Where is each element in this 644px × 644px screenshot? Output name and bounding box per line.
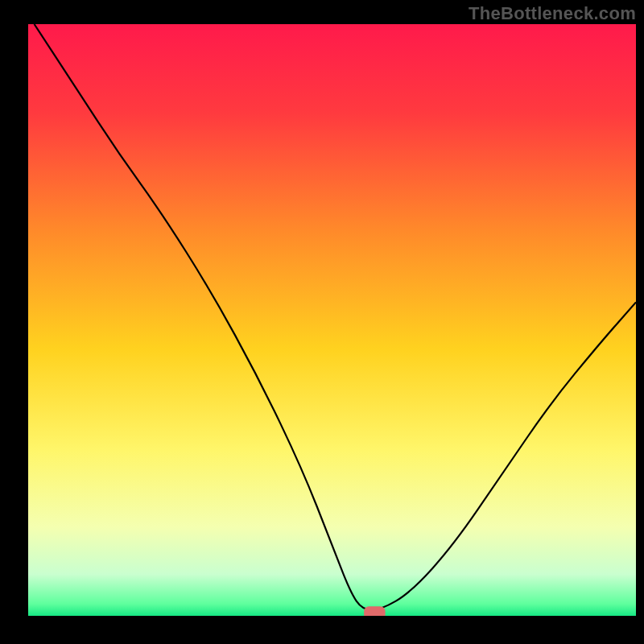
gradient-background: [28, 24, 636, 616]
plot-area: [28, 24, 636, 616]
chart-frame: TheBottleneck.com: [0, 0, 644, 644]
watermark-text: TheBottleneck.com: [469, 3, 636, 24]
optimal-point-marker: [364, 606, 385, 616]
chart-svg: [28, 24, 636, 616]
